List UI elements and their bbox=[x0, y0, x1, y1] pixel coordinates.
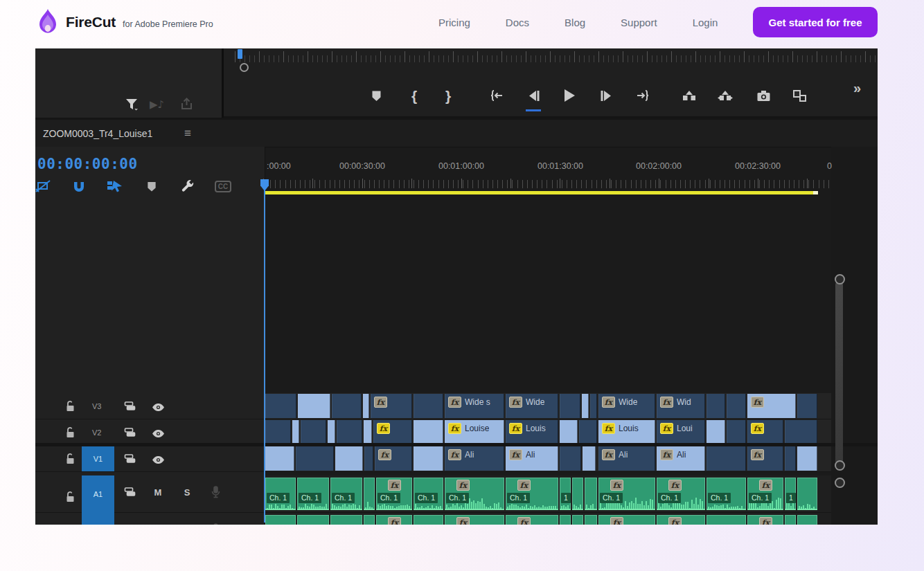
filter-icon[interactable] bbox=[124, 97, 139, 115]
add-marker-icon[interactable] bbox=[143, 178, 161, 194]
mark-in-icon[interactable]: { bbox=[405, 87, 423, 105]
voiceover-record-icon[interactable] bbox=[211, 486, 220, 501]
work-area-bar[interactable] bbox=[265, 191, 814, 194]
audio-clip[interactable]: fxCh. 1 bbox=[445, 478, 504, 510]
video-clip[interactable] bbox=[785, 420, 817, 444]
video-clip[interactable] bbox=[583, 446, 596, 471]
audio-clip[interactable]: Ch. 1 bbox=[707, 478, 746, 510]
video-clip[interactable] bbox=[332, 394, 362, 418]
video-clip[interactable] bbox=[335, 446, 363, 471]
audio-clip[interactable]: fxCh. 1 bbox=[657, 515, 705, 525]
lock-icon[interactable] bbox=[66, 427, 75, 441]
audio-clip[interactable] bbox=[572, 478, 583, 510]
toggle-track-output-icon[interactable] bbox=[152, 402, 165, 415]
video-clip[interactable] bbox=[797, 446, 817, 471]
audio-clip[interactable]: fxCh. 1 bbox=[376, 515, 412, 525]
lock-icon[interactable] bbox=[66, 491, 75, 505]
video-clip[interactable]: fxLouise bbox=[445, 420, 504, 444]
audio-clip[interactable]: 1 bbox=[560, 515, 571, 525]
track-source-icon[interactable] bbox=[124, 427, 136, 440]
track-target-box[interactable]: A1 bbox=[82, 475, 114, 513]
audio-clip[interactable] bbox=[364, 515, 375, 525]
audio-clip[interactable]: Ch. 1 bbox=[707, 515, 746, 525]
track-target-box[interactable]: A2 bbox=[82, 513, 114, 525]
video-clip[interactable]: fxLouis bbox=[506, 420, 558, 444]
video-clip[interactable]: fx bbox=[375, 446, 412, 471]
vertical-scrollbar[interactable] bbox=[835, 281, 843, 465]
video-clip[interactable] bbox=[560, 446, 581, 471]
nav-link-login[interactable]: Login bbox=[693, 17, 718, 28]
audio-clip[interactable]: Ch. 1 bbox=[330, 515, 362, 525]
track-source-icon[interactable] bbox=[124, 487, 136, 500]
voiceover-record-icon[interactable] bbox=[211, 523, 220, 525]
video-clip[interactable]: fx bbox=[373, 420, 412, 444]
video-clip[interactable] bbox=[414, 394, 443, 418]
video-audio-divider[interactable] bbox=[35, 443, 878, 446]
video-clip[interactable]: fxWide bbox=[506, 394, 558, 418]
video-clip[interactable] bbox=[292, 420, 299, 444]
video-clip[interactable]: fxWide bbox=[598, 394, 655, 418]
video-clip[interactable]: fxAli bbox=[598, 446, 655, 471]
video-clip[interactable] bbox=[265, 394, 296, 418]
audio-clip[interactable]: fxCh. 1 bbox=[598, 515, 655, 525]
video-clip[interactable] bbox=[797, 394, 817, 418]
video-clip[interactable] bbox=[364, 420, 372, 444]
lock-icon[interactable] bbox=[66, 453, 75, 467]
audio-clip[interactable]: 1 bbox=[785, 478, 796, 510]
track-name[interactable]: V3 bbox=[92, 402, 101, 410]
mark-out-icon[interactable]: } bbox=[439, 87, 457, 105]
monitor-playhead[interactable] bbox=[238, 49, 242, 59]
video-clip[interactable] bbox=[296, 446, 334, 471]
audio-clip[interactable]: Ch. 1 bbox=[330, 478, 362, 510]
video-clip[interactable] bbox=[301, 420, 326, 444]
step-back-icon[interactable] bbox=[524, 87, 542, 105]
panel-menu-icon[interactable]: ≡ bbox=[184, 120, 191, 147]
video-clip[interactable] bbox=[727, 420, 746, 444]
video-clip[interactable]: fxWid bbox=[657, 394, 705, 418]
track-target-box[interactable]: V1 bbox=[82, 446, 114, 471]
work-area-end[interactable] bbox=[813, 191, 818, 194]
video-clip[interactable] bbox=[414, 420, 443, 444]
video-clip[interactable] bbox=[265, 446, 294, 471]
export-icon[interactable] bbox=[179, 97, 194, 114]
video-clip[interactable] bbox=[785, 446, 796, 471]
audio-clip[interactable] bbox=[572, 515, 583, 525]
video-clip[interactable]: fxAli bbox=[445, 446, 504, 471]
nav-link-blog[interactable]: Blog bbox=[565, 17, 585, 28]
video-clip[interactable]: fx bbox=[747, 420, 783, 444]
monitor-ruler[interactable] bbox=[235, 48, 878, 62]
audio-clip[interactable]: Ch. 1 bbox=[265, 478, 296, 510]
video-clip[interactable]: fx bbox=[747, 394, 796, 418]
video-clip[interactable] bbox=[328, 420, 335, 444]
go-to-out-icon[interactable] bbox=[634, 87, 652, 105]
linked-selection-icon[interactable] bbox=[106, 178, 124, 194]
video-clip[interactable] bbox=[337, 420, 362, 444]
solo-button[interactable]: S bbox=[180, 487, 194, 498]
audio-clip[interactable]: fxCh. 1 bbox=[747, 515, 783, 525]
audio-clip[interactable]: fxCh. 1 bbox=[506, 478, 558, 510]
play-with-audio-icon[interactable]: ▶♪ bbox=[150, 98, 164, 111]
toggle-track-output-icon[interactable] bbox=[152, 428, 165, 441]
nav-link-docs[interactable]: Docs bbox=[506, 17, 529, 28]
nav-link-pricing[interactable]: Pricing bbox=[438, 17, 470, 28]
toggle-track-output-icon[interactable] bbox=[152, 455, 165, 467]
track-source-icon[interactable] bbox=[124, 453, 136, 466]
audio-clip[interactable]: fxCh. 1 bbox=[598, 478, 655, 510]
scrollbar-handle-top[interactable] bbox=[835, 274, 845, 284]
lift-icon[interactable] bbox=[680, 87, 698, 105]
audio-clip[interactable] bbox=[585, 478, 597, 510]
nav-link-support[interactable]: Support bbox=[621, 17, 657, 28]
audio-clip[interactable] bbox=[797, 515, 817, 525]
video-clip[interactable] bbox=[707, 446, 746, 471]
audio-clip[interactable]: 1 bbox=[785, 515, 796, 525]
comparison-view-icon[interactable] bbox=[790, 87, 808, 105]
solo-button[interactable]: S bbox=[180, 525, 194, 525]
video-clip[interactable] bbox=[560, 420, 578, 444]
mute-button[interactable]: M bbox=[151, 487, 165, 498]
snap-icon[interactable] bbox=[70, 178, 88, 194]
audio-scrollbar-handle[interactable] bbox=[835, 478, 845, 488]
audio-clip[interactable]: Ch. 1 bbox=[414, 478, 443, 510]
video-clip[interactable] bbox=[414, 446, 443, 471]
audio-clip[interactable] bbox=[585, 515, 597, 525]
step-forward-icon[interactable] bbox=[597, 87, 615, 105]
